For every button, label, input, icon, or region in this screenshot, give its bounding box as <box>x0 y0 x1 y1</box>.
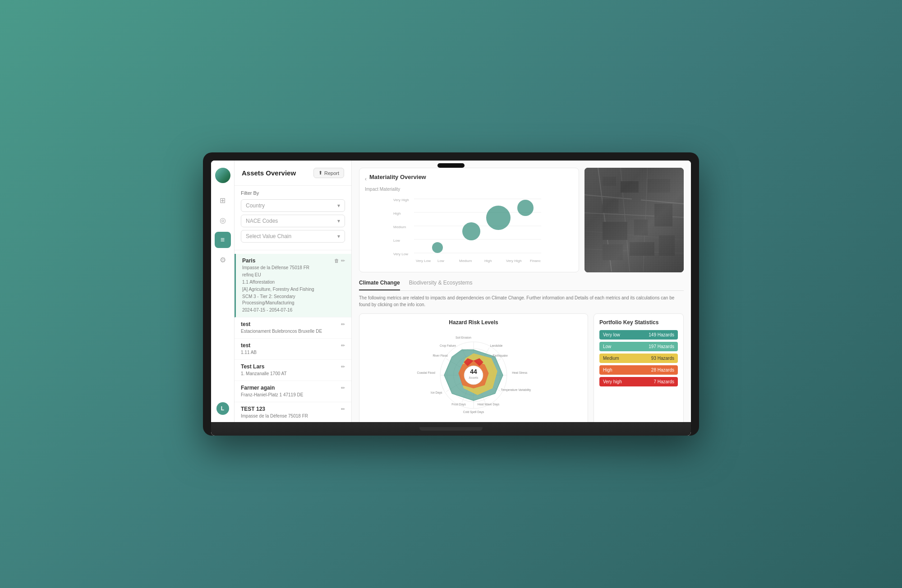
tab-bar: Climate Change Biodiversity & Ecosystems <box>359 280 684 291</box>
upload-icon: ⬆ <box>318 170 322 176</box>
svg-text:Cold Spell Days: Cold Spell Days <box>463 410 484 414</box>
list-item[interactable]: test ✏ 1.11 AB <box>235 339 351 360</box>
svg-point-12 <box>486 206 511 230</box>
laptop-hinge <box>419 427 483 431</box>
map-container <box>584 168 684 272</box>
list-item[interactable]: Test Lars ✏ 1. Manzanalle 1700 AT <box>235 360 351 381</box>
edit-icon[interactable]: ✏ <box>341 364 345 370</box>
svg-text:Low: Low <box>437 259 444 263</box>
stat-label-high: High <box>599 365 631 375</box>
svg-text:Very Low: Very Low <box>393 252 408 256</box>
asset-name: Farmer again <box>241 385 275 391</box>
stat-row-very-high: Very high 7 Hazards <box>599 377 678 386</box>
list-item[interactable]: test ✏ Estacionament Bulebroncos Bruxell… <box>235 317 351 339</box>
edit-icon[interactable]: ✏ <box>341 322 345 327</box>
svg-text:Coastal Flood: Coastal Flood <box>417 371 436 374</box>
portfolio-stats: Portfolio Key Statistics Very low 149 Ha… <box>594 313 684 422</box>
bubble-chart-svg: Very High High Medium Low Very Low <box>365 194 573 266</box>
stat-label-very-high: Very high <box>599 377 631 386</box>
stat-value-low: 197 Hazards <box>631 342 678 351</box>
radar-chart-svg: 44 Assets Earthquake Heat Stress Tempera… <box>365 330 582 420</box>
asset-item-header: test ✏ <box>241 321 345 327</box>
app-container: ⊞ ◎ ≡ ⚙ L Assets Overview ⬆ Report Filte… <box>211 161 691 422</box>
left-panel: Assets Overview ⬆ Report Filter By Count… <box>235 161 352 422</box>
tab-description: The following metrics are related to imp… <box>359 294 684 308</box>
stat-row-low: Low 197 Hazards <box>599 342 678 351</box>
svg-text:River Flood: River Flood <box>433 354 448 357</box>
stat-value-high: 28 Hazards <box>631 365 678 375</box>
asset-name: test <box>241 321 250 327</box>
stat-value-very-high: 7 Hazards <box>631 377 678 386</box>
tabs-section: Climate Change Biodiversity & Ecosystems… <box>359 280 684 308</box>
edit-icon[interactable]: ✏ <box>341 406 345 412</box>
edit-icon[interactable]: ✏ <box>341 385 345 391</box>
left-panel-header: Assets Overview ⬆ Report <box>235 161 351 186</box>
asset-name: Paris <box>242 257 255 264</box>
svg-text:Very High: Very High <box>393 198 409 202</box>
delete-icon[interactable]: 🗑 <box>334 258 339 264</box>
chevron-down-icon: ▾ <box>337 233 340 239</box>
list-item[interactable]: Farmer again ✏ Franz-Haniel-Platz 1 4711… <box>235 381 351 402</box>
stat-label-medium: Medium <box>599 354 631 363</box>
asset-actions: 🗑 ✏ <box>334 258 345 264</box>
svg-text:Ice Days: Ice Days <box>431 391 442 395</box>
list-item[interactable]: TEST 123 ✏ Impasse de la Défense 75018 F… <box>235 402 351 422</box>
hazard-title: Hazard Risk Levels <box>365 319 582 326</box>
asset-address: Impasse de la Défense 75018 FR <box>242 265 345 271</box>
hazard-chart-container: Hazard Risk Levels <box>359 313 588 422</box>
sidebar-item-layers[interactable]: ≡ <box>215 232 231 248</box>
asset-item-header: Farmer again ✏ <box>241 385 345 391</box>
asset-address: Estacionament Bulebroncos Bruxelle DE <box>241 328 345 335</box>
svg-text:Very Low: Very Low <box>416 259 431 263</box>
stat-label-low: Low <box>599 342 631 351</box>
sidebar-item-settings[interactable]: ⚙ <box>215 252 231 268</box>
main-content: ‹ Materiality Overview Impact Materialit… <box>352 161 691 422</box>
edit-icon[interactable]: ✏ <box>341 258 345 264</box>
sidebar-item-location[interactable]: ◎ <box>215 212 231 228</box>
svg-point-10 <box>432 242 443 253</box>
portfolio-title: Portfolio Key Statistics <box>599 319 678 326</box>
filter-section: Filter By Country ▾ NACE Codes ▾ Select … <box>235 186 351 250</box>
report-button[interactable]: ⬆ Report <box>313 168 344 178</box>
value-chain-dropdown[interactable]: Select Value Chain ▾ <box>241 230 345 243</box>
country-dropdown[interactable]: Country ▾ <box>241 199 345 212</box>
hazard-section: Hazard Risk Levels <box>359 313 684 422</box>
asset-name: TEST 123 <box>241 406 265 412</box>
asset-list: Paris 🗑 ✏ Impasse de la Défense 75018 FR… <box>235 250 351 422</box>
svg-text:Medium: Medium <box>393 225 406 229</box>
svg-text:High: High <box>484 259 492 263</box>
svg-text:Very High: Very High <box>506 259 522 263</box>
sidebar: ⊞ ◎ ≡ ⚙ L <box>211 161 235 422</box>
svg-text:44: 44 <box>470 368 477 375</box>
svg-rect-35 <box>654 204 672 226</box>
tab-biodiversity[interactable]: Biodiversity & Ecosystems <box>409 280 473 290</box>
list-item[interactable]: Paris 🗑 ✏ Impasse de la Défense 75018 FR… <box>235 254 351 317</box>
svg-text:Low: Low <box>393 239 400 243</box>
asset-address: Franz-Haniel-Platz 1 47119 DE <box>241 392 345 398</box>
svg-rect-36 <box>603 244 623 260</box>
asset-date-range: 2024-07-15 - 2054-07-16 <box>242 307 345 313</box>
nace-codes-dropdown[interactable]: NACE Codes ▾ <box>241 215 345 227</box>
asset-address: Impasse de la Défense 75018 FR <box>241 413 345 419</box>
edit-icon[interactable]: ✏ <box>341 343 345 349</box>
asset-address: 1.11 AB <box>241 349 345 356</box>
materiality-section: ‹ Materiality Overview Impact Materialit… <box>359 168 684 272</box>
asset-sector: [A] Agriculture, Forestry And Fishing <box>242 286 345 293</box>
asset-category: 1.1 Afforestation <box>242 279 345 285</box>
tab-climate-change[interactable]: Climate Change <box>359 280 400 290</box>
chart-subtitle: Impact Materiality <box>365 187 573 192</box>
svg-text:Heat Wave Days: Heat Wave Days <box>478 403 500 406</box>
asset-item-header: Paris 🗑 ✏ <box>242 257 345 264</box>
back-arrow-icon[interactable]: ‹ <box>365 176 367 182</box>
asset-item-header: Test Lars ✏ <box>241 363 345 370</box>
svg-rect-32 <box>648 179 670 193</box>
asset-scm: SCM 3 - Tier 2: Secondary Processing/Man… <box>242 294 345 306</box>
stat-row-high: High 28 Hazards <box>599 365 678 375</box>
svg-text:Heat Stress: Heat Stress <box>512 371 528 374</box>
bubble-chart: Very High High Medium Low Very Low <box>365 194 573 266</box>
svg-rect-34 <box>634 220 648 235</box>
svg-rect-37 <box>630 242 654 256</box>
svg-rect-38 <box>659 235 675 256</box>
sidebar-item-map[interactable]: ⊞ <box>215 192 231 208</box>
satellite-map <box>584 168 684 272</box>
